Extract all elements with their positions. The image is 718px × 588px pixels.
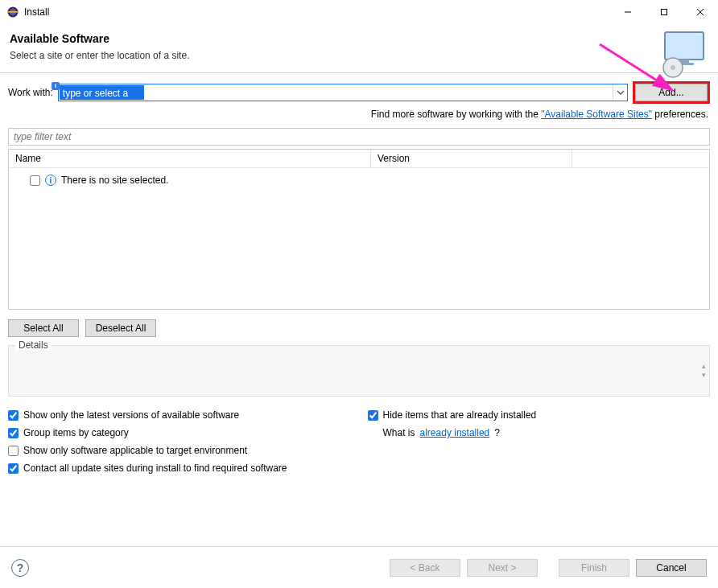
available-sites-link[interactable]: "Available Software Sites": [541, 109, 652, 120]
help-button[interactable]: ?: [11, 559, 29, 577]
window-title: Install: [24, 6, 609, 18]
back-button[interactable]: < Back: [390, 559, 460, 577]
details-group: Details ▴▾: [8, 345, 710, 397]
page-subtitle: Select a site or enter the location of a…: [10, 50, 708, 61]
software-tree[interactable]: Name Version i There is no site selected…: [8, 149, 710, 310]
opt-group-category[interactable]: Group items by category: [8, 427, 287, 438]
tree-row-checkbox[interactable]: [30, 175, 40, 186]
svg-point-11: [671, 65, 675, 70]
work-with-combo[interactable]: type or select a site: [58, 84, 628, 101]
column-version[interactable]: Version: [371, 150, 572, 167]
tree-row: i There is no site selected.: [15, 173, 703, 187]
info-badge-icon: i: [52, 82, 60, 90]
work-with-placeholder-selection: type or select a site: [60, 85, 144, 100]
titlebar: Install: [0, 0, 718, 24]
opt-contact-sites[interactable]: Contact all update sites during install …: [8, 463, 287, 474]
minimize-button[interactable]: [609, 0, 646, 24]
add-button[interactable]: Add...: [635, 84, 708, 101]
wizard-header: Available Software Select a site or ente…: [0, 24, 718, 73]
tree-empty-text: There is no site selected.: [61, 175, 168, 186]
tree-header: Name Version: [9, 150, 709, 168]
eclipse-icon: [6, 6, 19, 19]
add-button-highlight: Add...: [633, 81, 710, 104]
wizard-footer: ? < Back Next > Finish Cancel: [0, 546, 718, 588]
svg-rect-7: [665, 32, 704, 60]
opt-latest-versions[interactable]: Show only the latest versions of availab…: [8, 409, 287, 421]
svg-rect-4: [661, 10, 666, 15]
page-title: Available Software: [10, 32, 708, 45]
finish-button[interactable]: Finish: [559, 559, 629, 577]
already-installed-link[interactable]: already installed: [420, 427, 490, 438]
opt-hide-installed[interactable]: Hide items that are already installed: [368, 409, 537, 421]
install-banner-icon: [657, 27, 708, 79]
opt-applicable-env[interactable]: Show only software applicable to target …: [8, 445, 287, 456]
next-button[interactable]: Next >: [467, 559, 538, 577]
what-is-installed: What is already installed?: [368, 427, 537, 438]
maximize-button[interactable]: [646, 0, 682, 24]
sites-hint: Find more software by working with the "…: [8, 104, 710, 128]
column-name[interactable]: Name: [9, 150, 371, 167]
close-button[interactable]: [682, 0, 718, 24]
select-all-button[interactable]: Select All: [8, 319, 79, 337]
cancel-button[interactable]: Cancel: [636, 559, 707, 577]
svg-rect-2: [8, 11, 18, 13]
details-legend: Details: [15, 339, 52, 351]
filter-input[interactable]: [8, 128, 710, 146]
deselect-all-button[interactable]: Deselect All: [85, 319, 156, 337]
work-with-label: Work with: i: [8, 87, 53, 98]
chevron-down-icon[interactable]: [613, 84, 627, 101]
column-extra[interactable]: [572, 150, 709, 167]
details-scroll-icon[interactable]: ▴▾: [702, 363, 706, 379]
info-icon: i: [45, 175, 56, 186]
